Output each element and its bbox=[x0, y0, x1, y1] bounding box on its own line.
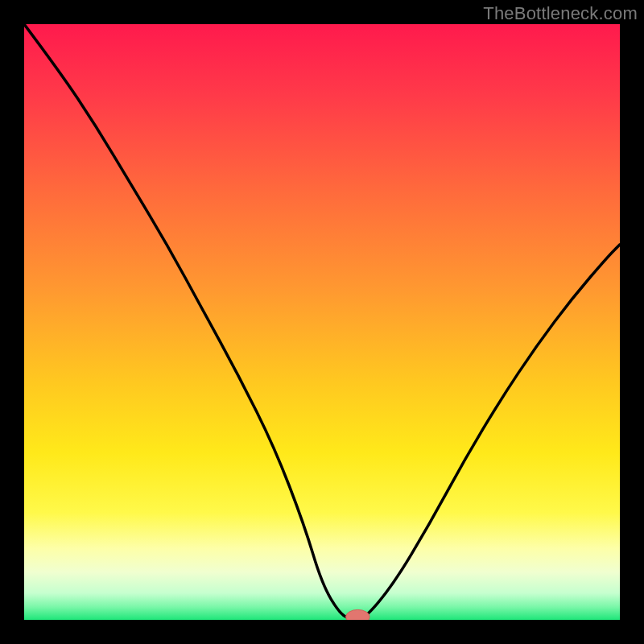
bottleneck-chart bbox=[24, 24, 620, 620]
chart-frame: TheBottleneck.com bbox=[0, 0, 644, 644]
gradient-background bbox=[24, 24, 620, 620]
watermark-text: TheBottleneck.com bbox=[483, 3, 638, 24]
